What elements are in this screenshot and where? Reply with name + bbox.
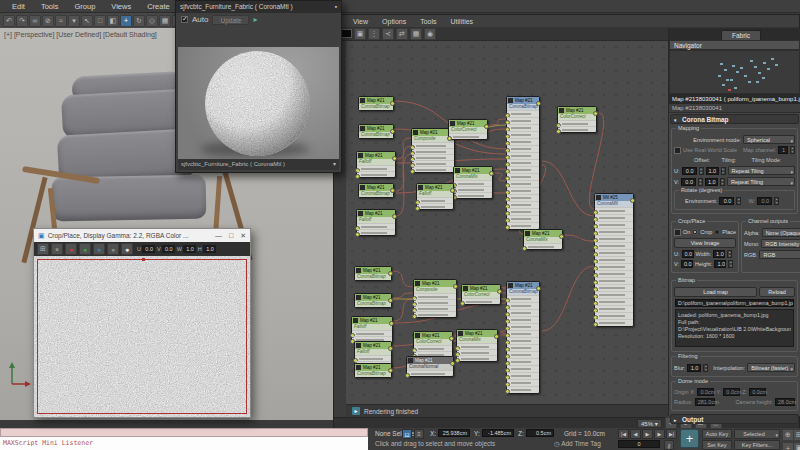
add-time-tag[interactable]: ◷ Add Time Tag	[554, 440, 601, 448]
go-to-start-icon[interactable]: |◀	[618, 429, 629, 439]
undo-icon[interactable]: ↶	[3, 15, 15, 27]
v-tiling-spinner[interactable]	[720, 178, 725, 186]
material-node[interactable]: Map #21Falloff	[356, 151, 396, 178]
material-preview-viewport[interactable]	[178, 47, 339, 159]
menu-item[interactable]: Group	[66, 0, 103, 13]
u-offset-spinner[interactable]	[699, 167, 704, 175]
material-selector-dropdown[interactable]: sjfvcbtc_Furniture_Fabric ( CoronaMtl ) …	[178, 159, 339, 170]
select-move-icon[interactable]: +	[120, 15, 132, 27]
tab-fabric[interactable]: Fabric	[721, 30, 761, 40]
red-channel-icon[interactable]: ●	[65, 243, 77, 255]
x-coord-field[interactable]: 25.938cm	[438, 429, 470, 437]
crop-height-spinner[interactable]	[728, 260, 733, 268]
crop-width-field[interactable]: 1.0	[713, 250, 725, 258]
material-node[interactable]: Map #21CoronaBitmap	[358, 124, 394, 139]
select-region-icon[interactable]: □	[94, 15, 106, 27]
play-icon[interactable]: ▶	[642, 429, 653, 439]
viewport-label[interactable]: [+] [Perspective] [User Defined] [Defaul…	[4, 31, 157, 38]
material-node[interactable]: Map #21CoronaBitmap	[354, 266, 392, 281]
material-node[interactable]: Mtl #25CoronaMtl	[594, 193, 634, 327]
environment-mode-dropdown[interactable]: Spherical	[743, 135, 795, 144]
load-map-button[interactable]: Load map	[674, 287, 757, 297]
output-rollout[interactable]: Output	[670, 414, 799, 424]
material-node[interactable]: Map #21Falloff	[416, 183, 454, 210]
crop-height-field[interactable]: 1.0	[714, 260, 726, 268]
material-node[interactable]: Map #21Falloff	[351, 316, 393, 343]
map-channel-field[interactable]: 1	[778, 146, 788, 154]
alpha-dropdown[interactable]: None (Opaque)	[762, 228, 800, 237]
menu-item[interactable]: Tools	[33, 0, 67, 13]
node-editor-menu-item[interactable]: Utilities	[444, 18, 481, 25]
u-tiling-spinner[interactable]	[721, 167, 726, 175]
crop-field-h[interactable]: H1.0	[198, 245, 216, 253]
v-offset-field[interactable]: 0.0	[681, 178, 696, 186]
material-node[interactable]: Map #21CoronaBitmap	[506, 281, 540, 394]
rgb-dropdown[interactable]: RGB	[759, 250, 800, 259]
menu-item[interactable]: Edit	[4, 0, 33, 13]
render-preview-icon[interactable]: ▸	[253, 15, 257, 24]
node-graph-canvas[interactable]: Map #21CoronaBitmapMap #21CoronaBitmapMa…	[346, 41, 669, 404]
material-node[interactable]: Map #21ColorCorrect	[413, 331, 453, 358]
mono-channel-icon[interactable]: ●	[121, 243, 133, 255]
material-node[interactable]: Map #21Falloff	[356, 209, 396, 236]
snap-toggle-icon[interactable]: ▦	[159, 15, 171, 27]
texture-image[interactable]	[34, 256, 250, 417]
node-editor-menu-item[interactable]: Tools	[413, 18, 443, 25]
navigator-header[interactable]: Navigator	[669, 40, 800, 50]
material-node[interactable]: Map #21CoronaBitmap	[506, 96, 540, 230]
set-key-button[interactable]: Set Key	[702, 440, 732, 450]
pan-image-icon[interactable]: ⊞	[37, 243, 49, 255]
isolate-selection-icon[interactable]: ⊡	[402, 429, 412, 439]
reload-button[interactable]: Reload	[759, 287, 795, 297]
camera-height-field[interactable]: 28.0cm	[775, 398, 795, 406]
macro-recorder-row[interactable]	[0, 428, 368, 437]
key-mode-icon[interactable]: ⚷	[664, 440, 674, 450]
blur-field[interactable]: 1.0	[687, 364, 701, 372]
select-object-icon[interactable]: ↖	[81, 15, 93, 27]
dome-radius-field[interactable]: 281.0cm	[695, 398, 715, 406]
dome-x-field[interactable]: 0.0cm	[697, 388, 714, 396]
mono-dropdown[interactable]: RGB Intensity	[761, 239, 800, 248]
material-node[interactable]: Map #21CoronaBitmap	[358, 96, 394, 111]
map-channel-spinner[interactable]	[790, 146, 795, 154]
redo-icon[interactable]: ↷	[16, 15, 28, 27]
crop-v-field[interactable]: 0.0	[681, 260, 693, 268]
material-node[interactable]: Map #21CoronaMix	[453, 166, 493, 199]
w-rotate-field[interactable]: 0.0	[757, 197, 772, 205]
material-node[interactable]: Map #21CoronaBitmap	[354, 363, 392, 378]
collapse-icon[interactable]: ▪	[335, 1, 337, 13]
crop-outline[interactable]	[37, 259, 247, 414]
close-icon[interactable]: ✕	[240, 229, 246, 242]
material-preview-titlebar[interactable]: sjfvcbtc_Furniture_Fabric ( CoronaMtl ) …	[176, 1, 341, 13]
map-name-field[interactable]: Map #2138030041	[669, 104, 800, 113]
dome-z-field[interactable]: 0.0cm	[749, 388, 766, 396]
update-button[interactable]: Update	[212, 15, 249, 25]
layout-icon[interactable]: ⋮	[368, 28, 380, 40]
unlink-icon[interactable]: ⊘	[42, 15, 54, 27]
material-node[interactable]: Map #21CoronaMix	[523, 229, 563, 250]
crop-radio[interactable]	[692, 229, 698, 235]
v-tiling-mode-dropdown[interactable]: Repeat Tiling	[727, 177, 795, 186]
previous-frame-icon[interactable]: ◀	[630, 429, 641, 439]
blue-channel-icon[interactable]: ●	[93, 243, 105, 255]
node-editor-menu-item[interactable]: View	[346, 18, 375, 25]
crop-on-checkbox[interactable]	[674, 229, 681, 236]
crop-field-v[interactable]: V0.0	[157, 245, 175, 253]
place-radio[interactable]	[714, 229, 720, 235]
u-offset-field[interactable]: 0.0	[682, 167, 697, 175]
go-to-end-icon[interactable]: ▶|	[666, 429, 677, 439]
minimize-icon[interactable]: —	[215, 229, 222, 242]
auto-key-button[interactable]: Auto Key	[702, 429, 732, 439]
node-preview-icon[interactable]: ▣	[354, 28, 366, 40]
u-tiling-field[interactable]: 1.0	[706, 167, 719, 175]
add-button[interactable]: +	[680, 429, 699, 448]
interpolation-dropdown[interactable]: Bilinear (faster)	[747, 363, 795, 372]
menu-item[interactable]: Create	[139, 0, 178, 13]
arrange-icon[interactable]: ⇄	[396, 28, 408, 40]
environment-rotate-field[interactable]: 0.0	[719, 197, 734, 205]
zoom-extents-icon[interactable]: ⊞	[793, 429, 800, 441]
menu-item[interactable]: Views	[103, 0, 139, 13]
selection-lock-icon[interactable]: ≡	[414, 429, 424, 439]
navigator-minimap[interactable]	[669, 50, 800, 94]
current-frame-field[interactable]: 0	[618, 440, 660, 448]
